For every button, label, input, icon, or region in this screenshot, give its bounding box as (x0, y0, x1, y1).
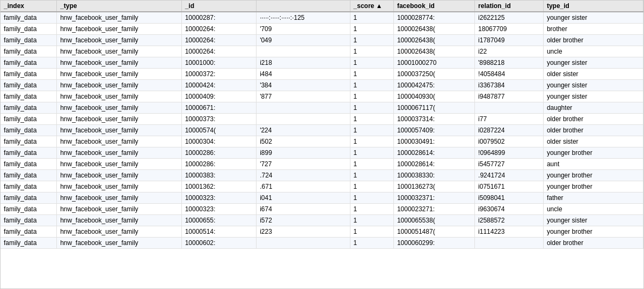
table-row: family_datahnw_facebook_user_family10000… (1, 114, 643, 125)
cell-gap (257, 114, 350, 125)
cell-index: family_data (1, 46, 57, 57)
data-table-container[interactable]: _index _type _id _score ▲ facebook_id re… (0, 0, 644, 289)
cell-index: family_data (1, 170, 57, 181)
cell-relation_id: '8988218 (475, 57, 544, 69)
col-header-gap[interactable] (257, 1, 350, 12)
cell-index: family_data (1, 35, 57, 46)
cell-index: family_data (1, 192, 57, 204)
table-row: family_datahnw_facebook_user_family10001… (1, 57, 643, 69)
table-row: family_datahnw_facebook_user_family10000… (1, 147, 643, 159)
cell-index: family_data (1, 215, 57, 226)
col-header-id[interactable]: _id (181, 1, 257, 12)
cell-type: hnw_facebook_user_family (57, 46, 182, 57)
cell-index: family_data (1, 80, 57, 91)
cell-gap: .671 (257, 181, 350, 192)
table-row: family_datahnw_facebook_user_family10000… (1, 69, 643, 80)
cell-facebook_id: 1000037250( (393, 69, 474, 80)
cell-facebook_id: 1000026438( (393, 35, 474, 46)
cell-index: family_data (1, 57, 57, 69)
cell-gap (257, 238, 350, 249)
cell-index: family_data (1, 181, 57, 192)
cell-relation_id: i0287224 (475, 125, 544, 136)
cell-type: hnw_facebook_user_family (57, 35, 182, 46)
cell-gap: ·····:·····:·····:·125 (257, 12, 350, 24)
cell-type: hnw_facebook_user_family (57, 170, 182, 181)
cell-facebook_id: 1000030491: (393, 136, 474, 147)
cell-score: 1 (350, 204, 393, 215)
cell-index: family_data (1, 125, 57, 136)
cell-relation_id: i2588572 (475, 215, 544, 226)
cell-id: 10000286: (181, 159, 257, 170)
cell-index: family_data (1, 136, 57, 147)
cell-facebook_id: 1000026438( (393, 24, 474, 35)
cell-relation_id: i77 (475, 114, 544, 125)
cell-score: 1 (350, 226, 393, 238)
cell-facebook_id: 1000042475: (393, 80, 474, 91)
cell-facebook_id: 1000067117( (393, 102, 474, 114)
cell-id: 10000372: (181, 69, 257, 80)
cell-gap: '224 (257, 125, 350, 136)
table-row: family_datahnw_facebook_user_family10000… (1, 12, 643, 24)
cell-index: family_data (1, 69, 57, 80)
col-header-facebook-id[interactable]: facebook_id (393, 1, 474, 12)
table-row: family_datahnw_facebook_user_family10000… (1, 46, 643, 57)
cell-gap: '727 (257, 159, 350, 170)
cell-score: 1 (350, 57, 393, 69)
table-row: family_datahnw_facebook_user_family10000… (1, 102, 643, 114)
cell-index: family_data (1, 238, 57, 249)
table-header-row: _index _type _id _score ▲ facebook_id re… (1, 1, 643, 12)
cell-gap: i502 (257, 136, 350, 147)
cell-relation_id: i9487877 (475, 91, 544, 102)
col-header-type-id[interactable]: type_id (543, 1, 643, 12)
cell-gap: i899 (257, 147, 350, 159)
cell-relation_id: i0079502 (475, 136, 544, 147)
table-row: family_datahnw_facebook_user_family10000… (1, 204, 643, 215)
cell-index: family_data (1, 12, 57, 24)
cell-id: 10000264: (181, 46, 257, 57)
cell-relation_id: 18067709 (475, 24, 544, 35)
cell-type_id: younger sister (543, 91, 643, 102)
col-header-type[interactable]: _type (57, 1, 182, 12)
col-header-score[interactable]: _score ▲ (350, 1, 393, 12)
cell-type: hnw_facebook_user_family (57, 69, 182, 80)
cell-score: 1 (350, 46, 393, 57)
cell-score: 1 (350, 136, 393, 147)
cell-gap: i218 (257, 57, 350, 69)
cell-score: 1 (350, 215, 393, 226)
cell-relation_id: i1114223 (475, 226, 544, 238)
cell-id: 10000424: (181, 80, 257, 91)
cell-id: 10000514: (181, 226, 257, 238)
cell-type_id: older brother (543, 125, 643, 136)
cell-gap: .724 (257, 170, 350, 181)
cell-type_id: younger brother (543, 181, 643, 192)
col-header-relation-id[interactable]: relation_id (475, 1, 544, 12)
cell-type_id: older brother (543, 238, 643, 249)
cell-relation_id: i22 (475, 46, 544, 57)
cell-facebook_id: 1000028614: (393, 159, 474, 170)
cell-type_id: younger brother (543, 170, 643, 181)
table-row: family_datahnw_facebook_user_family10000… (1, 24, 643, 35)
col-header-index[interactable]: _index (1, 1, 57, 12)
cell-score: 1 (350, 91, 393, 102)
cell-type_id: younger brother (543, 226, 643, 238)
cell-facebook_id: 1000028614: (393, 147, 474, 159)
cell-type: hnw_facebook_user_family (57, 181, 182, 192)
cell-type: hnw_facebook_user_family (57, 57, 182, 69)
cell-facebook_id: 1000032371: (393, 192, 474, 204)
cell-gap: i572 (257, 215, 350, 226)
cell-type_id: older sister (543, 136, 643, 147)
cell-facebook_id: 1000026438( (393, 46, 474, 57)
cell-type: hnw_facebook_user_family (57, 136, 182, 147)
cell-type: hnw_facebook_user_family (57, 91, 182, 102)
data-table: _index _type _id _score ▲ facebook_id re… (1, 1, 643, 249)
cell-score: 1 (350, 80, 393, 91)
cell-relation_id: .9241724 (475, 170, 544, 181)
cell-type_id: uncle (543, 204, 643, 215)
cell-type_id: older brother (543, 35, 643, 46)
cell-type_id: younger sister (543, 57, 643, 69)
cell-type_id: brother (543, 24, 643, 35)
cell-gap: '877 (257, 91, 350, 102)
cell-index: family_data (1, 114, 57, 125)
cell-facebook_id: 1000065538( (393, 215, 474, 226)
cell-id: 10000383: (181, 170, 257, 181)
